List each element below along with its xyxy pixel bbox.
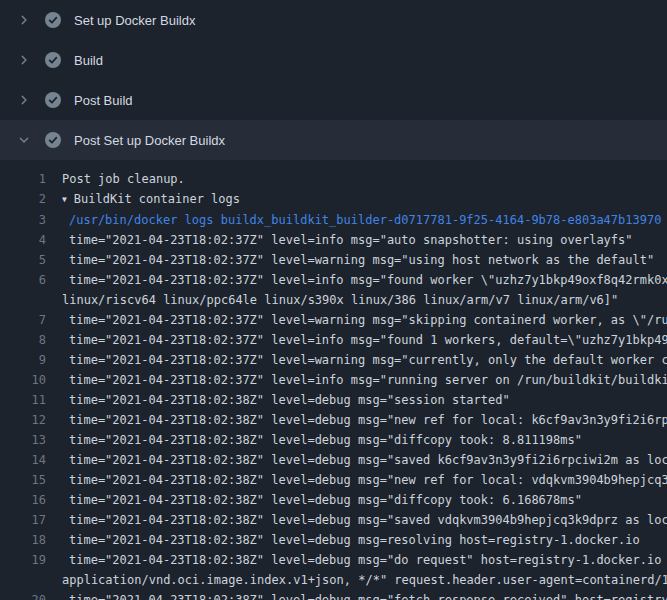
log-line-number: 12 bbox=[0, 410, 62, 430]
log-line: 8time="2021-04-23T18:02:37Z" level=info … bbox=[0, 330, 667, 350]
chevron-right-icon bbox=[16, 52, 32, 68]
log-group-toggle-icon[interactable]: ▼ bbox=[62, 190, 67, 210]
step-list: Set up Docker BuildxBuildPost BuildPost … bbox=[0, 0, 667, 160]
log-line-number: 3 bbox=[0, 210, 62, 230]
log-line-text: time="2021-04-23T18:02:38Z" level=debug … bbox=[62, 450, 667, 470]
log-line: 7time="2021-04-23T18:02:37Z" level=warni… bbox=[0, 310, 667, 330]
check-circle-icon bbox=[45, 132, 61, 148]
log-group-header[interactable]: 2▼BuildKit container logs bbox=[0, 189, 667, 210]
log-line: 3/usr/bin/docker logs buildx_buildkit_bu… bbox=[0, 210, 667, 230]
step-label: Post Set up Docker Buildx bbox=[74, 133, 225, 148]
log-line: 11time="2021-04-23T18:02:38Z" level=debu… bbox=[0, 390, 667, 410]
log-line-text: time="2021-04-23T18:02:38Z" level=debug … bbox=[62, 390, 667, 410]
log-line-number: 1 bbox=[0, 169, 62, 189]
log-line-text: linux/riscv64 linux/ppc64le linux/s390x … bbox=[62, 290, 667, 310]
log-line-number: 20 bbox=[0, 590, 62, 600]
log-line-number: 10 bbox=[0, 370, 62, 390]
log-line: 14time="2021-04-23T18:02:38Z" level=debu… bbox=[0, 450, 667, 470]
log-view: 1Post job cleanup.2▼BuildKit container l… bbox=[0, 160, 667, 600]
log-line-text: time="2021-04-23T18:02:38Z" level=debug … bbox=[62, 430, 667, 450]
log-line: 19time="2021-04-23T18:02:38Z" level=debu… bbox=[0, 550, 667, 570]
log-line-number bbox=[0, 290, 62, 310]
log-line-number: 19 bbox=[0, 550, 62, 570]
log-line-text: time="2021-04-23T18:02:37Z" level=info m… bbox=[62, 230, 667, 250]
log-line-text: /usr/bin/docker logs buildx_buildkit_bui… bbox=[62, 210, 667, 230]
log-line: 4time="2021-04-23T18:02:37Z" level=info … bbox=[0, 230, 667, 250]
log-line-number: 14 bbox=[0, 450, 62, 470]
log-line: 1Post job cleanup. bbox=[0, 169, 667, 189]
log-line-number: 9 bbox=[0, 350, 62, 370]
check-circle-icon bbox=[45, 12, 61, 28]
log-line-text: time="2021-04-23T18:02:37Z" level=warnin… bbox=[62, 350, 667, 370]
log-line-text: time="2021-04-23T18:02:38Z" level=debug … bbox=[62, 410, 667, 430]
step-row-post-build[interactable]: Post Build bbox=[0, 80, 667, 120]
log-line-number: 6 bbox=[0, 270, 62, 290]
step-label: Post Build bbox=[74, 93, 133, 108]
log-line-number: 5 bbox=[0, 250, 62, 270]
log-line-text: ▼BuildKit container logs bbox=[62, 189, 667, 210]
log-line-text: time="2021-04-23T18:02:38Z" level=debug … bbox=[62, 490, 667, 510]
log-line: application/vnd.oci.image.index.v1+json,… bbox=[0, 570, 667, 590]
log-line: 18time="2021-04-23T18:02:38Z" level=debu… bbox=[0, 530, 667, 550]
log-line-text: time="2021-04-23T18:02:37Z" level=info m… bbox=[62, 370, 667, 390]
log-line-number: 8 bbox=[0, 330, 62, 350]
log-line-text: time="2021-04-23T18:02:37Z" level=info m… bbox=[62, 270, 667, 290]
log-line-number: 18 bbox=[0, 530, 62, 550]
log-line-number: 2 bbox=[0, 189, 62, 210]
step-label: Build bbox=[74, 53, 103, 68]
log-line: 9time="2021-04-23T18:02:37Z" level=warni… bbox=[0, 350, 667, 370]
log-line: linux/riscv64 linux/ppc64le linux/s390x … bbox=[0, 290, 667, 310]
log-line-number: 17 bbox=[0, 510, 62, 530]
check-circle-icon bbox=[45, 92, 61, 108]
log-line: 5time="2021-04-23T18:02:37Z" level=warni… bbox=[0, 250, 667, 270]
log-line-number: 4 bbox=[0, 230, 62, 250]
log-line-number: 15 bbox=[0, 470, 62, 490]
log-line-number bbox=[0, 570, 62, 590]
log-line: 6time="2021-04-23T18:02:37Z" level=info … bbox=[0, 270, 667, 290]
step-row-post-set-up-docker-buildx[interactable]: Post Set up Docker Buildx bbox=[0, 120, 667, 160]
log-line: 13time="2021-04-23T18:02:38Z" level=debu… bbox=[0, 430, 667, 450]
log-line-text: time="2021-04-23T18:02:38Z" level=debug … bbox=[62, 530, 667, 550]
log-line-text: application/vnd.oci.image.index.v1+json,… bbox=[62, 570, 667, 590]
log-line-number: 16 bbox=[0, 490, 62, 510]
log-line: 20time="2021-04-23T18:02:38Z" level=debu… bbox=[0, 590, 667, 600]
log-line-text: time="2021-04-23T18:02:38Z" level=debug … bbox=[62, 590, 667, 600]
log-line-text: Post job cleanup. bbox=[62, 169, 667, 189]
step-label: Set up Docker Buildx bbox=[74, 13, 195, 28]
log-line-text: time="2021-04-23T18:02:38Z" level=debug … bbox=[62, 550, 667, 570]
log-line: 10time="2021-04-23T18:02:37Z" level=info… bbox=[0, 370, 667, 390]
chevron-right-icon bbox=[16, 12, 32, 28]
log-line: 15time="2021-04-23T18:02:38Z" level=debu… bbox=[0, 470, 667, 490]
log-line-number: 11 bbox=[0, 390, 62, 410]
log-line-text: time="2021-04-23T18:02:38Z" level=debug … bbox=[62, 510, 667, 530]
log-line-number: 13 bbox=[0, 430, 62, 450]
log-line: 16time="2021-04-23T18:02:38Z" level=debu… bbox=[0, 490, 667, 510]
log-line-number: 7 bbox=[0, 310, 62, 330]
log-group-label: BuildKit container logs bbox=[74, 192, 240, 206]
log-line-text: time="2021-04-23T18:02:37Z" level=warnin… bbox=[62, 310, 667, 330]
chevron-down-icon bbox=[16, 132, 32, 148]
log-line: 17time="2021-04-23T18:02:38Z" level=debu… bbox=[0, 510, 667, 530]
step-row-set-up-docker-buildx[interactable]: Set up Docker Buildx bbox=[0, 0, 667, 40]
log-line-text: time="2021-04-23T18:02:37Z" level=info m… bbox=[62, 330, 667, 350]
chevron-right-icon bbox=[16, 92, 32, 108]
step-row-build[interactable]: Build bbox=[0, 40, 667, 80]
log-line-text: time="2021-04-23T18:02:38Z" level=debug … bbox=[62, 470, 667, 490]
log-line-text: time="2021-04-23T18:02:37Z" level=warnin… bbox=[62, 250, 667, 270]
log-line: 12time="2021-04-23T18:02:38Z" level=debu… bbox=[0, 410, 667, 430]
check-circle-icon bbox=[45, 52, 61, 68]
